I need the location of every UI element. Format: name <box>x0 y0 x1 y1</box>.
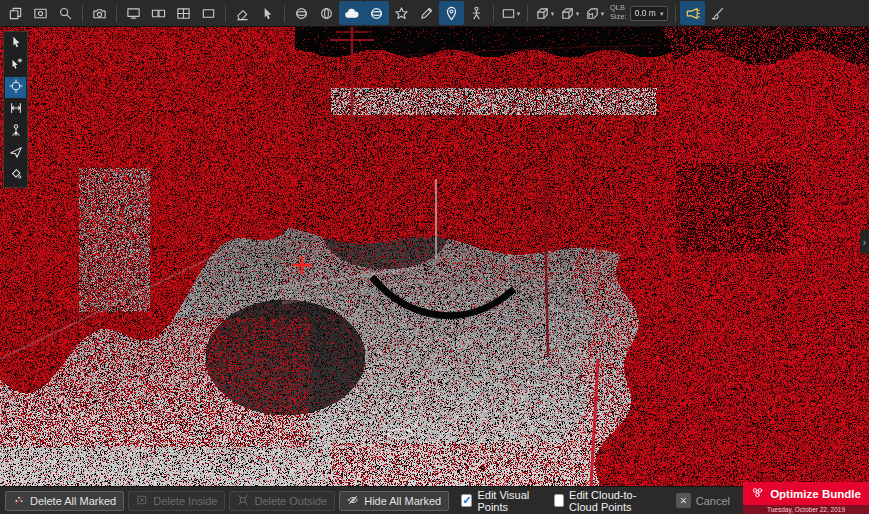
select-tool[interactable] <box>5 33 26 54</box>
toolbar-separator <box>527 5 528 22</box>
flashlight-icon <box>685 6 700 21</box>
sphere-icon <box>369 6 384 21</box>
plane-icon <box>9 145 23 162</box>
flashlight-tool[interactable] <box>680 1 705 25</box>
toolbar-right-items <box>680 1 730 25</box>
tripod-icon <box>9 123 23 140</box>
checkbox-box[interactable]: ✓ <box>461 494 472 507</box>
cursor-star-icon <box>9 57 23 74</box>
screenshot-tool[interactable] <box>28 1 53 25</box>
brush-icon <box>710 6 725 21</box>
dropdown-caret-icon: ▾ <box>551 10 555 17</box>
paint-select-tool[interactable] <box>5 165 26 186</box>
limit-box-manager-tool[interactable]: ▾ <box>582 1 607 25</box>
screenshot-icon <box>33 6 48 21</box>
quad-view-tool[interactable] <box>171 1 196 25</box>
dropdown-caret-icon: ▾ <box>601 10 605 17</box>
cube-icon <box>560 6 575 21</box>
walk-mode-tool[interactable] <box>464 1 489 25</box>
toolbar-separator <box>225 5 226 22</box>
rect-icon <box>201 6 216 21</box>
top-toolbar: ▾ ▾ ▾ ▾ QLB Size: 0.0 m ▾ <box>0 0 869 27</box>
camera-tool[interactable] <box>87 1 112 25</box>
left-toolbar <box>3 31 28 188</box>
screens-icon <box>151 6 166 21</box>
screen-icon <box>126 6 141 21</box>
edit-visual-points-checkbox[interactable]: ✓ Edit Visual Points <box>461 489 538 513</box>
favorites-tool[interactable] <box>389 1 414 25</box>
pages-icon <box>8 6 23 21</box>
eraser-icon <box>235 6 250 21</box>
selection-mode-dropdown[interactable]: ▾ <box>498 1 523 25</box>
bottom-bar: Delete All Marked Delete Inside Delete O… <box>0 486 869 514</box>
toolbar-separator <box>493 5 494 22</box>
optimize-bundle-button[interactable]: Optimize Bundle <box>743 482 869 505</box>
pan-view-tool[interactable] <box>314 1 339 25</box>
measure-tool[interactable] <box>5 99 26 120</box>
cloud-icon <box>344 6 359 21</box>
cubeM-icon <box>585 6 600 21</box>
cube-icon <box>535 6 550 21</box>
delete-all-marked-button[interactable]: Delete All Marked <box>5 491 124 511</box>
magnifier-icon <box>58 6 73 21</box>
select-points-tool[interactable] <box>5 55 26 76</box>
del-in-icon <box>136 494 148 508</box>
optimize-bundle-area: Optimize Bundle Tuesday, October 22, 201… <box>743 482 869 514</box>
dropdown-caret-icon: ▾ <box>517 10 521 17</box>
chevron-right-icon: › <box>863 237 866 248</box>
grid-icon <box>176 6 191 21</box>
zoom-window-tool[interactable] <box>53 1 78 25</box>
toolbar-separator <box>116 5 117 22</box>
brush-tool[interactable] <box>705 1 730 25</box>
qlb-size-control: QLB Size: 0.0 m ▾ <box>610 4 668 21</box>
cursor-icon <box>260 6 275 21</box>
pick-point-tool[interactable] <box>255 1 280 25</box>
close-icon <box>676 493 691 508</box>
dropdown-caret-icon: ▾ <box>576 10 580 17</box>
status-date: Tuesday, October 22, 2019 <box>743 505 869 514</box>
single-view-tool[interactable] <box>121 1 146 25</box>
transform-tool[interactable] <box>3 1 28 25</box>
annotate-tool[interactable] <box>414 1 439 25</box>
qlb-size-dropdown[interactable]: 0.0 m ▾ <box>630 6 669 21</box>
toolbar-main-items: ▾ ▾ ▾ ▾ <box>3 1 607 25</box>
cancel-button[interactable]: Cancel <box>676 493 730 508</box>
bundle-icon <box>751 486 764 501</box>
full-view-tool[interactable] <box>196 1 221 25</box>
sphere-icon <box>294 6 309 21</box>
bucket-icon <box>9 167 23 184</box>
limit-box-edit-tool[interactable]: ▾ <box>557 1 582 25</box>
panel-expand-handle[interactable]: › <box>860 230 869 254</box>
pencil-icon <box>419 6 434 21</box>
dropdown-caret-icon: ▾ <box>660 10 664 17</box>
point-cloud-viewport[interactable] <box>0 27 869 486</box>
sphere2-icon <box>319 6 334 21</box>
orbit-view-tool[interactable] <box>289 1 314 25</box>
checkbox-box[interactable] <box>554 494 564 507</box>
geotag-tool[interactable] <box>439 1 464 25</box>
limit-box-tool[interactable]: ▾ <box>532 1 557 25</box>
mark-points-tool[interactable] <box>230 1 255 25</box>
hide-icon <box>347 494 359 508</box>
toolbar-separator <box>284 5 285 22</box>
measure-icon <box>9 101 23 118</box>
navigate-tool[interactable] <box>5 143 26 164</box>
walker-icon <box>469 6 484 21</box>
rect-icon <box>501 6 516 21</box>
sphere-view-tool[interactable] <box>364 1 389 25</box>
hide-all-marked-button[interactable]: Hide All Marked <box>339 491 449 511</box>
pin-icon <box>444 6 459 21</box>
edit-cloud-to-cloud-checkbox[interactable]: Edit Cloud-to-Cloud Points <box>554 489 664 513</box>
delete-inside-button[interactable]: Delete Inside <box>128 491 225 511</box>
point-cloud-visibility-tool[interactable] <box>339 1 364 25</box>
crosshair-icon <box>9 79 23 96</box>
edit-options: ✓ Edit Visual Points Edit Cloud-to-Cloud… <box>461 489 664 513</box>
delete-outside-button[interactable]: Delete Outside <box>229 491 335 511</box>
toolbar-separator <box>675 5 676 22</box>
checkmark-icon: ✓ <box>462 495 471 506</box>
point-cloud-canvas[interactable] <box>0 27 869 486</box>
del-cloud-icon <box>13 494 25 508</box>
scan-position-tool[interactable] <box>5 121 26 142</box>
seek-tool[interactable] <box>5 77 26 98</box>
dual-view-tool[interactable] <box>146 1 171 25</box>
